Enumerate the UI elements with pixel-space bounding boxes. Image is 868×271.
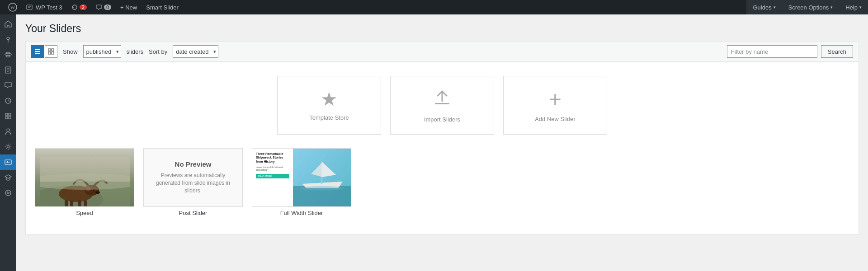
help-arrow-icon: ▾: [859, 5, 862, 9]
sidebar-item-appearance[interactable]: [0, 93, 16, 108]
sidebar-item-settings[interactable]: [0, 139, 16, 154]
guides-button[interactable]: Guides ▾: [746, 0, 782, 14]
svg-rect-22: [48, 49, 51, 51]
no-preview-title: No Preview: [175, 160, 212, 168]
fw-subtitle: Lorem ipsum dolor sit amet consectetur: [256, 166, 289, 171]
fw-title: Three Remarkable Shipwreck Stories from …: [256, 152, 289, 164]
sliders-label: sliders: [127, 48, 144, 55]
svg-rect-33: [70, 200, 73, 206]
action-cards: ★ Template Store Import Sliders + Add Ne…: [35, 76, 849, 135]
slider-thumb-speed[interactable]: Speed: [35, 148, 134, 216]
screen-options-arrow-icon: ▾: [830, 5, 833, 9]
updates[interactable]: 2: [67, 0, 91, 14]
sidebar-item-smart-slider[interactable]: [0, 154, 16, 170]
cow-silhouette-icon: [40, 157, 130, 206]
full-width-preview: Three Remarkable Shipwreck Stories from …: [252, 148, 351, 207]
add-new-slider-label: Add New Slider: [535, 116, 576, 122]
svg-rect-21: [35, 53, 40, 54]
guides-arrow-icon: ▾: [774, 5, 776, 9]
search-button[interactable]: Search: [821, 45, 853, 58]
sidebar-item-pages[interactable]: [0, 62, 16, 78]
template-store-card[interactable]: ★ Template Store: [277, 76, 381, 135]
svg-rect-20: [35, 51, 40, 52]
svg-text:W: W: [10, 5, 15, 10]
speed-preview: [35, 148, 134, 207]
site-name[interactable]: WP Test 3: [22, 0, 67, 14]
page-title: Your Sliders: [25, 23, 859, 35]
help-button[interactable]: Help ▾: [839, 0, 868, 14]
svg-point-5: [7, 37, 9, 40]
svg-rect-35: [84, 200, 87, 206]
toolbar-right: Search: [727, 45, 853, 58]
svg-rect-2: [27, 5, 32, 9]
import-sliders-label: Import Sliders: [424, 116, 460, 123]
sort-select-wrap: date created name modified: [173, 45, 218, 58]
new-content[interactable]: + New: [116, 0, 142, 14]
slider-thumbnails: Speed No Preview Previews are automatica…: [35, 148, 849, 221]
main-content: Your Sliders Show published all draft sl…: [16, 14, 868, 271]
screen-options-button[interactable]: Screen Options ▾: [782, 0, 840, 14]
full-width-slider-label: Full Width Slider: [280, 210, 323, 216]
slider-thumb-full-width[interactable]: Three Remarkable Shipwreck Stories from …: [252, 148, 351, 216]
svg-point-46: [300, 186, 345, 191]
sort-label: Sort by: [149, 48, 167, 55]
admin-bar: W WP Test 3 2 0 + New Smar: [0, 0, 868, 14]
import-sliders-card[interactable]: Import Sliders: [390, 76, 494, 135]
upload-icon: [432, 88, 452, 111]
add-new-slider-card[interactable]: + Add New Slider: [503, 76, 607, 135]
svg-rect-14: [9, 117, 11, 119]
grid-view-button[interactable]: [45, 45, 57, 58]
post-slider-label: Post Slider: [179, 210, 208, 216]
star-icon: ★: [321, 90, 338, 109]
filter-by-name-input[interactable]: [727, 45, 817, 58]
sidebar-item-pin[interactable]: [0, 32, 16, 47]
svg-rect-19: [35, 49, 40, 50]
svg-point-39: [96, 192, 97, 193]
svg-rect-8: [6, 56, 10, 57]
sidebar-item-users[interactable]: [0, 124, 16, 139]
sidebar-item-media[interactable]: [0, 185, 16, 201]
sidebar-item-home[interactable]: [0, 16, 16, 32]
svg-rect-7: [6, 52, 10, 54]
svg-rect-24: [48, 52, 51, 54]
show-select[interactable]: published all draft: [83, 45, 121, 58]
sidebar-item-comments[interactable]: [0, 78, 16, 93]
comments[interactable]: 0: [91, 0, 116, 14]
svg-point-18: [5, 190, 11, 196]
svg-point-40: [98, 192, 99, 193]
plus-icon: +: [549, 89, 561, 110]
svg-rect-13: [5, 117, 8, 119]
svg-rect-26: [435, 103, 449, 104]
sidebar-item-tools[interactable]: [0, 47, 16, 62]
fw-cta-btn: READ MORE: [256, 174, 289, 178]
svg-point-42: [40, 173, 130, 190]
template-store-label: Template Store: [309, 114, 349, 121]
sort-select[interactable]: date created name modified: [173, 45, 218, 58]
svg-rect-32: [65, 200, 68, 206]
speed-label: Speed: [76, 210, 93, 216]
top-buttons: Guides ▾ Screen Options ▾ Help ▾: [746, 0, 868, 14]
plugin-name[interactable]: Smart Slider: [142, 0, 183, 14]
sidebar-item-learn[interactable]: [0, 170, 16, 185]
show-label: Show: [63, 48, 78, 55]
show-select-wrap: published all draft: [83, 45, 121, 58]
sidebar-item-plugins[interactable]: [0, 108, 16, 124]
slider-thumb-post-slider[interactable]: No Preview Previews are automatically ge…: [143, 148, 243, 216]
view-buttons: [31, 45, 57, 58]
svg-rect-23: [52, 49, 54, 51]
svg-rect-11: [5, 113, 8, 116]
svg-point-15: [7, 129, 9, 131]
fw-text-panel: Three Remarkable Shipwreck Stories from …: [252, 149, 293, 206]
cards-area: ★ Template Store Import Sliders + Add Ne…: [25, 62, 859, 235]
toolbar: Show published all draft sliders Sort by…: [25, 41, 859, 62]
list-view-button[interactable]: [31, 45, 44, 58]
svg-rect-12: [9, 113, 11, 116]
svg-point-16: [7, 146, 9, 148]
svg-rect-25: [52, 52, 54, 54]
sidebar: [0, 14, 16, 271]
svg-point-38: [95, 191, 100, 194]
no-preview-desc: Previews are automatically generated fro…: [151, 172, 235, 194]
wp-logo[interactable]: W: [4, 0, 22, 14]
fw-image-side: [293, 149, 351, 206]
svg-rect-34: [78, 200, 81, 206]
